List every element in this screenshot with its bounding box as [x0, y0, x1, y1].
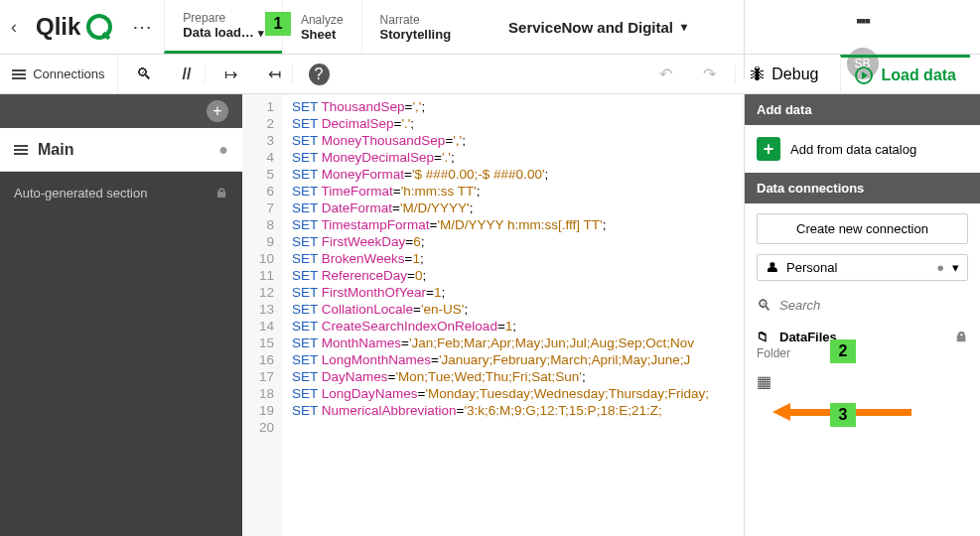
search-icon[interactable]: 🔍︎: [126, 66, 162, 83]
lock-icon: 🔒︎: [215, 186, 228, 201]
lock-icon: 🔒︎: [955, 330, 968, 344]
nav-prepare-small: Prepare: [183, 11, 264, 25]
search-icon: 🔍︎: [757, 297, 771, 314]
clear-icon[interactable]: ●: [936, 260, 944, 275]
annotation-marker-2: 2: [830, 339, 856, 363]
add-section-button[interactable]: +: [207, 100, 228, 122]
plus-icon: +: [757, 137, 780, 161]
line-gutter: 1234567891011121314151617181920: [242, 94, 282, 536]
create-connection-button[interactable]: Create new connection: [757, 213, 968, 244]
panel-header-add-data: Add data: [745, 94, 980, 125]
add-from-catalog[interactable]: + Add from data catalog: [745, 125, 980, 173]
apps-grid-icon[interactable]: ▪▪▪: [856, 11, 869, 32]
folder-icon: 📁︎: [757, 330, 770, 344]
qlik-icon: [86, 14, 112, 40]
chevron-down-icon[interactable]: ▾: [681, 20, 687, 34]
undo-icon[interactable]: ↶: [647, 65, 683, 83]
space-selector[interactable]: 👤︎ Personal ● ▾: [757, 254, 968, 281]
annotation-marker-1: 1: [265, 12, 291, 36]
load-data-button[interactable]: Load data: [840, 55, 970, 93]
hamburger-icon: [12, 73, 26, 75]
outdent-icon[interactable]: ↤: [257, 65, 293, 83]
user-icon: 👤︎: [766, 260, 778, 275]
connection-type: Folder: [745, 346, 980, 368]
nav-narrate-label: Storytelling: [380, 27, 452, 42]
qlik-logo: Qlik: [28, 13, 120, 41]
nav-analyze[interactable]: Analyze Sheet: [282, 0, 361, 54]
nav-analyze-small: Analyze: [301, 13, 344, 27]
bug-icon: 🐜︎: [750, 66, 766, 83]
close-icon[interactable]: ●: [218, 141, 228, 159]
comment-toggle-icon[interactable]: //: [170, 66, 206, 83]
panel-header-connections: Data connections: [745, 173, 980, 203]
connection-search[interactable]: 🔍︎: [745, 291, 980, 320]
nav-narrate[interactable]: Narrate Storytelling: [361, 0, 470, 54]
back-button[interactable]: ‹: [0, 17, 28, 38]
nav-analyze-label: Sheet: [301, 27, 344, 42]
chevron-down-icon[interactable]: ▾: [952, 260, 959, 275]
help-icon[interactable]: ?: [309, 64, 331, 85]
connections-button[interactable]: Connections: [0, 55, 118, 93]
play-icon: [855, 67, 873, 84]
app-name[interactable]: ServiceNow and Digital ▾: [469, 19, 744, 36]
connection-datafiles[interactable]: 📁︎ DataFiles 🔒︎: [745, 320, 980, 346]
script-sections-sidebar: + Main ● Auto-generated section 🔒︎: [0, 94, 242, 536]
nav-prepare-label: Data load…: [183, 25, 254, 40]
add-data-panel: Add data + Add from data catalog Data co…: [744, 94, 980, 536]
app-menu-icon[interactable]: ⋯: [120, 15, 164, 39]
script-editor[interactable]: 1234567891011121314151617181920 SET Thou…: [242, 94, 744, 536]
logo-text: Qlik: [36, 13, 80, 41]
chevron-down-icon[interactable]: ▾: [258, 27, 264, 39]
redo-icon[interactable]: ↷: [691, 65, 727, 83]
section-auto-generated[interactable]: Auto-generated section 🔒︎: [0, 172, 242, 214]
indent-icon[interactable]: ↦: [213, 65, 249, 83]
debug-button[interactable]: 🐜︎Debug: [735, 66, 832, 83]
select-data-icon[interactable]: ▦: [757, 373, 771, 390]
annotation-marker-3: 3: [830, 403, 856, 427]
code-area[interactable]: SET ThousandSep=',';SET DecimalSep='.';S…: [282, 94, 744, 536]
hamburger-icon: [14, 149, 28, 151]
search-input[interactable]: [779, 298, 968, 313]
section-main[interactable]: Main ●: [0, 128, 242, 172]
nav-narrate-small: Narrate: [380, 13, 452, 27]
